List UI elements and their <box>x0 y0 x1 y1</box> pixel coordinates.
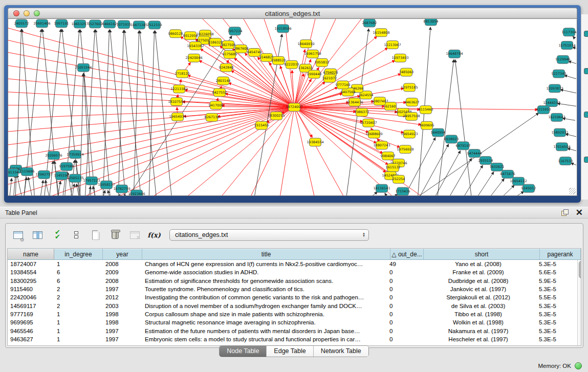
graph-node[interactable]: 18724007 <box>286 103 302 112</box>
graph-node[interactable]: 1071915 <box>117 20 132 29</box>
graph-node[interactable]: 8267130 <box>205 113 220 121</box>
graph-node[interactable]: 14957598 <box>403 112 420 120</box>
graph-node[interactable]: 12975185 <box>401 83 418 92</box>
window-titlebar[interactable]: citations_edges.txt <box>8 8 577 19</box>
graph-node[interactable]: 1588520 <box>271 56 286 64</box>
graph-node[interactable]: 9242848 <box>219 63 234 72</box>
graph-node[interactable]: 18807243 <box>373 141 390 149</box>
graph-node[interactable]: 13505135 <box>67 174 83 182</box>
close-panel-icon[interactable]: ✕ <box>576 209 583 216</box>
column-header-year[interactable]: year <box>103 249 142 259</box>
memory-status-icon[interactable] <box>575 362 582 369</box>
graph-node[interactable]: 6879197 <box>456 142 471 150</box>
graph-node[interactable]: 1733426 <box>396 187 410 195</box>
graph-node[interactable]: 16648784 <box>446 50 463 58</box>
graph-node[interactable]: 9860128 <box>168 30 183 38</box>
graph-node[interactable]: 10973493 <box>391 54 408 62</box>
column-header-name[interactable]: name <box>8 249 54 259</box>
graph-node[interactable]: 2935114 <box>478 157 493 165</box>
column-header-title[interactable]: title <box>142 249 390 259</box>
graph-node[interactable]: 18107554 <box>168 98 185 106</box>
graph-node[interactable]: 10653257 <box>71 20 88 28</box>
delete-table-icon[interactable] <box>108 228 122 242</box>
table-row[interactable]: 1872400712008Changes of HCN gene express… <box>8 260 577 268</box>
graph-node[interactable]: 1621072 <box>322 74 337 82</box>
citation-network-graph[interactable]: 1872400798601288912954182260589275098165… <box>8 19 577 196</box>
column-header-in_degree[interactable]: in_degree <box>54 249 103 259</box>
graph-node[interactable]: 12093872 <box>546 84 563 93</box>
graph-node[interactable]: 10958137 <box>98 181 115 189</box>
graph-node[interactable]: 2867608 <box>234 45 249 53</box>
graph-node[interactable]: 8912954 <box>183 32 198 40</box>
graph-node[interactable]: 62160 <box>385 102 397 111</box>
graph-node[interactable]: 15751074 <box>558 41 575 50</box>
graph-node[interactable]: 2718120 <box>175 70 190 78</box>
table-row[interactable]: 946362711997Embryonic stem cells: a mode… <box>8 335 577 343</box>
graph-node[interactable]: 8215953 <box>536 106 551 114</box>
graph-node[interactable]: 15720407 <box>360 119 377 127</box>
graph-node[interactable]: 20206576 <box>45 151 62 160</box>
table-settings-icon[interactable] <box>11 228 25 242</box>
graph-node[interactable]: 9227343 <box>552 70 567 78</box>
graph-node[interactable]: 7955812 <box>315 58 330 67</box>
graph-node[interactable]: 18640910 <box>297 40 314 48</box>
graph-node[interactable]: 1117304 <box>562 28 577 36</box>
table-row[interactable]: 946554611997Estimation of the future num… <box>8 326 577 335</box>
graph-node[interactable]: 19218586 <box>274 25 291 33</box>
column-header-short[interactable]: short <box>424 249 540 259</box>
table-row[interactable]: 1830029562008Estimation of significance … <box>8 277 577 285</box>
graph-node[interactable]: 12213382 <box>170 85 187 93</box>
graph-node[interactable]: 17359924 <box>67 150 83 159</box>
table-selector-dropdown[interactable]: citations_edges.txt ▲▼ <box>169 229 369 241</box>
graph-node[interactable]: 13942757 <box>35 170 52 179</box>
graph-node[interactable]: 8466162 <box>102 20 117 28</box>
float-panel-icon[interactable] <box>561 209 569 216</box>
column-header-out_de[interactable]: △ out_de... <box>390 249 424 259</box>
graph-node[interactable]: 2405572 <box>14 19 29 28</box>
table-row[interactable]: 1456911722003Disruption of a novel membe… <box>8 301 577 310</box>
graph-node[interactable]: 9245012 <box>521 184 536 192</box>
graph-node[interactable]: 9463627 <box>405 98 420 106</box>
tab-edge-table[interactable]: Edge Table <box>267 346 313 357</box>
graph-node[interactable]: 2803144 <box>216 77 231 85</box>
graph-node[interactable]: 1515455 <box>254 121 269 129</box>
graph-node[interactable]: 8813054 <box>424 19 439 26</box>
graph-node[interactable]: 1640954 <box>431 128 446 137</box>
tab-node-table[interactable]: Node Table <box>220 346 267 357</box>
graph-node[interactable]: 9115460 <box>419 106 433 114</box>
graph-node[interactable]: 9777169 <box>336 81 351 89</box>
graph-node[interactable]: 16154808 <box>373 29 389 37</box>
table-row[interactable]: 969969511998Structural magnetic resonanc… <box>8 318 577 326</box>
table-row[interactable]: 1938455462009Genome-wide association stu… <box>8 268 577 276</box>
graph-node[interactable]: 18300295 <box>268 112 285 120</box>
graph-node[interactable]: 19756928 <box>397 145 413 154</box>
graph-node[interactable]: 19654923 <box>401 130 418 138</box>
tab-network-table[interactable]: Network Table <box>314 346 368 357</box>
graph-node[interactable]: 16210643 <box>548 113 565 121</box>
graph-node[interactable]: 9175685 <box>223 50 237 58</box>
graph-node[interactable]: 9474444 <box>467 149 482 158</box>
graph-node[interactable]: 9699695 <box>420 121 434 129</box>
graph-node[interactable]: 8471676 <box>500 170 515 178</box>
rows-icon[interactable] <box>69 228 83 242</box>
graph-node[interactable]: 21053346 <box>75 63 92 72</box>
graph-node[interactable]: 252254 <box>393 175 405 183</box>
graph-node[interactable]: 1997191 <box>54 19 69 28</box>
graph-node[interactable]: 12923446 <box>128 190 145 196</box>
graph-node[interactable]: 16543382 <box>187 42 204 50</box>
graph-node[interactable]: 9984067 <box>381 152 396 160</box>
graph-node[interactable]: 19384554 <box>307 138 323 146</box>
resize-grip-icon[interactable] <box>569 188 576 194</box>
graph-node[interactable]: 15892931 <box>551 128 568 137</box>
graph-node[interactable]: 7632621 <box>490 163 505 171</box>
graph-node[interactable]: 19654934 <box>169 113 186 121</box>
graph-node[interactable]: 17016504 <box>553 143 570 151</box>
graph-node[interactable]: 1527602 <box>88 20 103 28</box>
graph-node[interactable]: 8938923 <box>444 135 459 143</box>
graph-node[interactable]: 10807487 <box>371 97 388 105</box>
graph-node[interactable]: 9129946 <box>556 55 571 63</box>
graph-node[interactable]: 1615132 <box>386 164 401 172</box>
function-builder-icon[interactable]: f(x) <box>147 228 161 242</box>
graph-node[interactable]: 21364436 <box>346 98 363 106</box>
graph-node[interactable]: 1115686 <box>20 168 35 176</box>
